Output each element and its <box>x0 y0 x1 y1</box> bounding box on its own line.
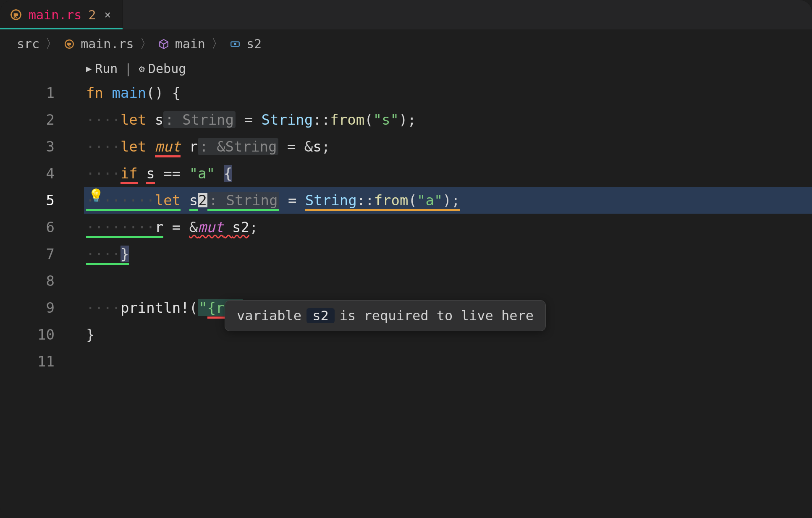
code-line[interactable]: 3 ····let mut r: &String = &s; <box>0 133 812 160</box>
line-number: 10 <box>0 321 67 348</box>
play-icon[interactable]: ▶ <box>86 64 92 73</box>
svg-point-11 <box>234 43 236 45</box>
svg-point-6 <box>19 11 20 12</box>
code-line[interactable]: 7 ····} <box>0 241 812 267</box>
line-number: 6 <box>0 214 67 241</box>
editor[interactable]: ▶ Run | ⚙ Debug 1 fn main() { 2 ····let … <box>0 58 812 375</box>
svg-point-3 <box>10 14 12 16</box>
svg-point-5 <box>12 11 13 12</box>
tab-main-rs[interactable]: main.rs 2 × <box>0 0 123 29</box>
code-line[interactable]: 11 <box>0 348 812 375</box>
tooltip-variable: s2 <box>306 308 335 323</box>
code-line[interactable]: 4 ····if s == "a" { <box>0 160 812 187</box>
variable-icon <box>230 39 241 50</box>
code-line-current[interactable]: 💡 5 ········let s2: String = String::fro… <box>0 187 812 214</box>
tooltip-text: is required to live here <box>340 309 534 322</box>
close-icon[interactable]: × <box>103 8 113 21</box>
hover-tooltip: variable s2 is required to live here <box>225 300 546 331</box>
line-number: 9 <box>0 294 67 321</box>
code-lens: ▶ Run | ⚙ Debug <box>0 58 812 79</box>
breadcrumb-item-fn[interactable]: main <box>175 37 205 51</box>
line-number: 5 <box>0 187 67 214</box>
cube-icon <box>158 39 169 50</box>
code-line[interactable]: 8 <box>0 267 812 294</box>
svg-point-7 <box>12 18 13 19</box>
chevron-right-icon: 〉 <box>211 35 224 52</box>
code-line[interactable]: 2 ····let s: String = String::from("s"); <box>0 106 812 133</box>
line-number: 11 <box>0 348 67 375</box>
debug-link[interactable]: Debug <box>148 63 186 75</box>
line-number: 2 <box>0 106 67 133</box>
svg-point-2 <box>15 19 17 21</box>
tab-bar: main.rs 2 × <box>0 0 812 29</box>
line-number: 1 <box>0 79 67 106</box>
chevron-right-icon: 〉 <box>140 35 152 52</box>
line-number: 4 <box>0 160 67 187</box>
breadcrumb-item-file[interactable]: main.rs <box>81 37 134 51</box>
svg-point-1 <box>15 9 17 11</box>
rust-icon <box>10 9 22 21</box>
svg-point-4 <box>20 14 22 16</box>
line-number: 7 <box>0 241 67 267</box>
gear-icon[interactable]: ⚙ <box>139 64 145 74</box>
code-line[interactable]: 1 fn main() { <box>0 79 812 106</box>
breadcrumb[interactable]: src 〉 main.rs 〉 main 〉 s2 <box>0 29 812 58</box>
rust-icon <box>64 39 75 50</box>
tab-label: main.rs <box>29 8 81 22</box>
chevron-right-icon: 〉 <box>45 35 58 52</box>
lightbulb-icon[interactable]: 💡 <box>88 189 104 202</box>
breadcrumb-item-var[interactable]: s2 <box>246 37 262 51</box>
svg-point-8 <box>19 18 20 19</box>
run-link[interactable]: Run <box>95 63 118 75</box>
line-number: 3 <box>0 133 67 160</box>
breadcrumb-item-src[interactable]: src <box>17 37 39 51</box>
tab-problems-badge: 2 <box>88 8 96 22</box>
tooltip-text: variable <box>237 309 301 322</box>
line-number: 8 <box>0 267 67 294</box>
code-line[interactable]: 6 ········r = &mut s2; <box>0 214 812 241</box>
